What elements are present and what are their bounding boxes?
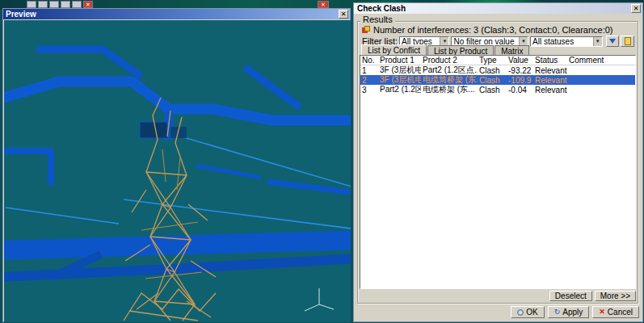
result-tabs: List by Conflict List by Product Matrix bbox=[361, 44, 530, 55]
results-groupbox: Number of interferences: 3 (Clash:3, Con… bbox=[357, 21, 638, 304]
column-header: Product 1 bbox=[378, 56, 421, 65]
deselect-button[interactable]: Deselect bbox=[549, 291, 592, 301]
interferences-icon bbox=[362, 26, 370, 34]
mid-buttons: Deselect More >> bbox=[549, 291, 636, 301]
dialog-titlebar[interactable]: Check Clash ✕ bbox=[354, 3, 642, 14]
column-header: Status bbox=[533, 56, 567, 65]
interferences-row: Number of interferences: 3 (Clash:3, Con… bbox=[362, 25, 613, 35]
tab-matrix[interactable]: Matrix bbox=[495, 45, 529, 55]
table-cell-status: Relevant bbox=[533, 66, 567, 75]
table-cell-type: Clash bbox=[478, 66, 507, 75]
titlebar-button-3[interactable] bbox=[49, 1, 59, 8]
preview-close-icon[interactable]: ✕ bbox=[339, 10, 348, 19]
table-cell-p1: Part2 (1.2区点... bbox=[378, 84, 421, 95]
column-header: Type bbox=[478, 56, 507, 65]
ok-button[interactable]: OK bbox=[511, 306, 544, 318]
interferences-text: Number of interferences: 3 (Clash:3, Con… bbox=[373, 25, 613, 35]
table-cell-status: Relevant bbox=[533, 86, 567, 94]
column-header: Value bbox=[507, 56, 533, 65]
titlebar-button-5[interactable] bbox=[72, 1, 82, 8]
document-icon bbox=[625, 37, 631, 45]
table-cell-no: 1 bbox=[360, 66, 378, 75]
table-cell-no: 2 bbox=[360, 76, 378, 85]
viewport-scene bbox=[4, 20, 351, 322]
cancel-button[interactable]: ✕ Cancel bbox=[592, 306, 639, 318]
cancel-icon: ✕ bbox=[599, 308, 605, 316]
app-close-button[interactable]: ✕ bbox=[318, 1, 329, 8]
column-header: Comment bbox=[567, 56, 635, 65]
dialog-close-icon[interactable]: ✕ bbox=[631, 4, 641, 13]
preview-titlebar[interactable]: Preview ✕ bbox=[3, 9, 350, 19]
chevron-down-icon[interactable]: ▼ bbox=[593, 37, 602, 46]
export-list-button[interactable] bbox=[621, 36, 634, 47]
clash-table: No.Product 1Product 2TypeValueStatusComm… bbox=[360, 55, 636, 289]
preview-title: Preview bbox=[6, 10, 36, 19]
column-header: Product 2 bbox=[421, 56, 478, 65]
titlebar-button-4[interactable] bbox=[61, 1, 70, 8]
table-cell-value: -93.22 bbox=[507, 66, 533, 75]
filter-statuses-select[interactable]: All statuses ▼ bbox=[530, 36, 603, 47]
funnel-icon bbox=[609, 39, 616, 44]
apply-icon: ↻ bbox=[554, 308, 561, 316]
tab-list-by-product[interactable]: List by Product bbox=[427, 45, 494, 55]
preview-window: Preview ✕ bbox=[2, 8, 351, 322]
more-button[interactable]: More >> bbox=[595, 291, 636, 301]
titlebar-button-1[interactable] bbox=[27, 1, 36, 8]
titlebar-button-2[interactable] bbox=[38, 1, 48, 8]
dialog-body: Results Number of interferences: 3 (Clas… bbox=[355, 14, 642, 321]
table-cell-p2: 电缆桥架 (东... bbox=[421, 84, 478, 95]
table-cell-value: -0.04 bbox=[507, 86, 533, 94]
bottom-buttons: OK ↻ Apply ✕ Cancel bbox=[511, 306, 639, 318]
apply-button[interactable]: ↻ Apply bbox=[548, 306, 590, 318]
titlebar-close-button-left[interactable]: ✕ bbox=[83, 1, 93, 8]
check-clash-dialog: Check Clash ✕ Results Number of interfer… bbox=[353, 2, 643, 322]
tab-list-by-conflict[interactable]: List by Conflict bbox=[361, 44, 427, 55]
application-window: ✕ ✕ Preview ✕ bbox=[0, 0, 644, 323]
table-cell-type: Clash bbox=[478, 76, 507, 85]
table-row[interactable]: 3Part2 (1.2区点...电缆桥架 (东...Clash-0.04Rele… bbox=[360, 85, 635, 94]
3d-viewport[interactable] bbox=[4, 20, 351, 322]
column-header: No. bbox=[360, 56, 378, 65]
ok-icon bbox=[517, 309, 524, 316]
table-cell-status: Relevant bbox=[533, 76, 567, 85]
table-cell-no: 3 bbox=[360, 86, 378, 94]
dialog-title: Check Clash bbox=[357, 4, 406, 13]
results-group-label: Results bbox=[360, 15, 395, 24]
table-cell-type: Clash bbox=[478, 86, 507, 94]
table-cell-value: -109.9 bbox=[507, 76, 533, 85]
filter-options-button[interactable] bbox=[606, 36, 620, 47]
clash-table-body: 13F (3层机电)Part2 (1.2区点...Clash-93.22Rele… bbox=[360, 65, 635, 94]
